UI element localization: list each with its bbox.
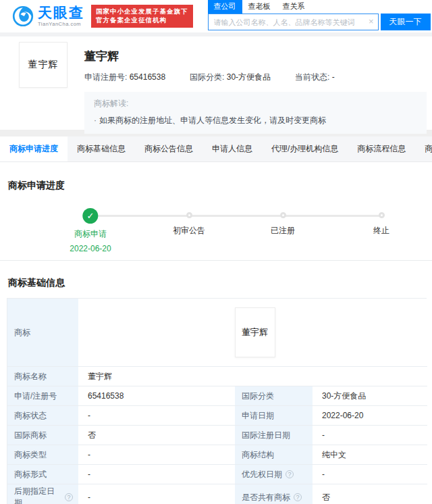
logo-text: 天眼查 TianYanCha.com [38,5,84,27]
row-value: 否 [313,484,427,504]
basic-info-table: 商标 董宇辉 商标名称 董宇辉 申请/注册号 65416538 国际分类 30-… [7,298,427,504]
help-icon[interactable]: ? [286,470,294,478]
meta-registration-no: 申请注册号: 65416538 [84,72,165,83]
tab-goods-services[interactable]: 商品/服务项目 [415,136,432,161]
page-title: 董宇辉 [84,42,427,64]
clear-icon[interactable]: × [369,16,374,27]
row-value: 纯中文 [313,445,427,464]
row-label: 申请日期 [235,405,313,425]
row-label-later-designation: 后期指定日期? [7,484,78,504]
row-label-mark: 商标 [7,299,78,366]
stepper-track [90,215,381,217]
row-value: 2022-06-20 [313,405,427,425]
trademark-image-text: 董宇辉 [28,59,59,71]
row-value: - [78,405,235,425]
brand-domain: TianYanCha.com [38,22,84,27]
step-trademark-application: ✓ 商标申请 2022-06-20 [70,197,111,253]
search-input[interactable] [208,14,379,30]
tab-process-info[interactable]: 商标流程信息 [348,136,415,161]
row-value: 否 [78,425,235,445]
row-value: - [78,445,235,464]
row-label-priority-date: 优先权日期? [235,464,313,484]
search-tab-boss[interactable]: 查老板 [242,0,277,14]
meta-intl-class: 国际分类: 30-方便食品 [190,72,271,83]
application-progress-section: 商标申请进度 ✓ 商标申请 2022-06-20 初审公告 已注册 终止 [0,162,432,260]
row-label: 商标类型 [7,445,78,464]
todo-circle-icon [379,212,385,218]
row-label: 商标形式 [7,464,78,484]
tianyancha-logo[interactable]: 天眼查 TianYanCha.com [12,5,84,27]
search-input-wrap: × [208,14,379,30]
detail-tabbar: 商标申请进度 商标基础信息 商标公告信息 申请人信息 代理/办理机构信息 商标流… [0,136,432,162]
tab-application-progress[interactable]: 商标申请进度 [0,136,68,161]
step-label: 初审公告 [173,225,205,236]
row-label: 申请/注册号 [7,386,78,405]
site-header: 天眼查 TianYanCha.com 国家中小企业发展子基金旗下 官方备案企业征… [0,0,432,32]
row-value: - [78,484,235,504]
tianyancha-logo-icon [12,5,34,27]
help-icon[interactable]: ? [294,493,302,501]
interpretation-bullet: ·如果商标的注册地址、申请人等信息发生变化，请及时变更商标 [94,115,417,126]
trademark-summary: 董宇辉 董宇辉 申请注册号: 65416538 国际分类: 30-方便食品 当前… [0,36,432,130]
trademark-interpretation-box: 商标解读: ·如果商标的注册地址、申请人等信息发生变化，请及时变更商标 [84,92,427,134]
search-tabs: 查公司 查老板 查关系 [208,2,431,14]
row-value: - [313,425,427,445]
step-date: 2022-06-20 [70,244,111,253]
row-label-name: 商标名称 [7,366,78,386]
search-button[interactable]: 天眼一下 [381,14,431,30]
todo-circle-icon [280,212,286,218]
trademark-image-small: 董宇辉 [235,307,275,357]
basic-info-section-title: 商标基础信息 [8,277,427,289]
progress-section-title: 商标申请进度 [8,180,432,192]
bullet-marker: · [94,116,97,125]
step-label: 商标申请 [70,228,111,240]
tab-agency-info[interactable]: 代理/办理机构信息 [262,136,348,161]
step-label: 终止 [373,225,389,236]
row-label: 国际商标 [7,425,78,445]
row-value-name: 董宇辉 [78,366,427,386]
check-icon: ✓ [82,208,98,224]
interpretation-title: 商标解读: [94,98,417,109]
summary-meta: 申请注册号: 65416538 国际分类: 30-方便食品 当前状态: - [84,72,427,83]
step-preliminary-gazette: 初审公告 [173,197,205,236]
search-tab-relation[interactable]: 查关系 [277,0,311,14]
certification-badge: 国家中小企业发展子基金旗下 官方备案企业征信机构 [91,5,193,28]
row-value: 65416538 [78,386,235,405]
progress-stepper: ✓ 商标申请 2022-06-20 初审公告 已注册 终止 [8,197,432,259]
search-area: 查公司 查老板 查关系 × 天眼一下 [208,2,431,30]
basic-info-section: 商标基础信息 商标 董宇辉 商标名称 董宇辉 申请/注册号 65416538 国… [0,261,432,504]
tab-gazette-info[interactable]: 商标公告信息 [135,136,202,161]
step-terminated: 终止 [373,197,389,236]
tab-basic-info[interactable]: 商标基础信息 [68,136,135,161]
badge-line-1: 国家中小企业发展子基金旗下 [96,7,188,16]
row-label: 国际注册日期 [235,425,313,445]
step-label: 已注册 [271,225,295,236]
row-label: 商标结构 [235,445,313,464]
badge-line-2: 官方备案企业征信机构 [96,16,188,25]
row-label: 商标状态 [7,405,78,425]
row-label-co-owned: 是否共有商标? [235,484,313,504]
trademark-image: 董宇辉 [19,42,68,88]
help-icon[interactable]: ? [65,493,73,501]
row-value: 30-方便食品 [313,386,427,405]
brand-name: 天眼查 [38,5,84,20]
row-value: - [313,464,427,484]
row-value: - [78,464,235,484]
row-value-mark: 董宇辉 [78,299,427,366]
tab-applicant-info[interactable]: 申请人信息 [202,136,262,161]
step-registered: 已注册 [271,197,295,236]
search-tab-company[interactable]: 查公司 [208,0,242,14]
meta-current-status: 当前状态: - [295,72,335,83]
todo-circle-icon [186,212,192,218]
row-label: 国际分类 [235,386,313,405]
